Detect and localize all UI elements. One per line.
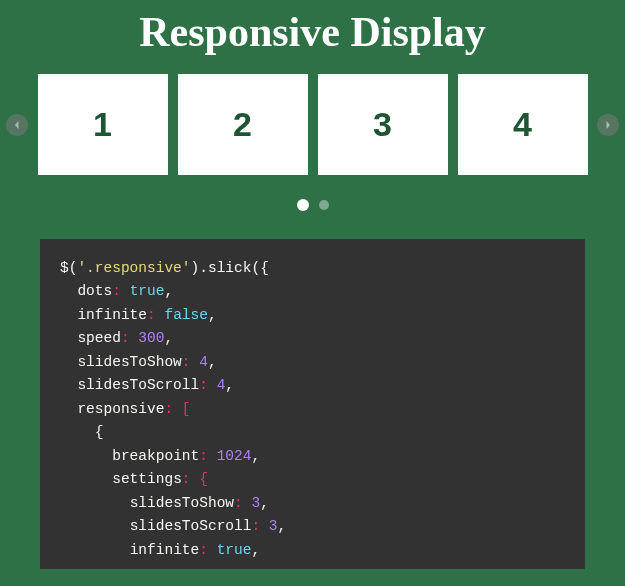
code-token: 300 <box>138 330 164 346</box>
code-token: speed <box>77 330 121 346</box>
code-token: breakpoint <box>112 448 199 464</box>
code-token: , <box>208 354 217 370</box>
dot-active[interactable] <box>297 199 309 211</box>
code-token: infinite <box>77 307 147 323</box>
code-token: false <box>164 307 208 323</box>
code-token: : <box>182 354 191 370</box>
carousel: 1 2 3 4 <box>0 74 625 175</box>
code-token: dots <box>77 283 112 299</box>
code-token: $( <box>60 260 77 276</box>
code-token: , <box>260 495 269 511</box>
code-token: true <box>130 283 165 299</box>
code-token: , <box>164 283 173 299</box>
code-token: : <box>121 330 130 346</box>
code-token: , <box>164 330 173 346</box>
slide[interactable]: 4 <box>458 74 588 175</box>
section-heading: Responsive Display <box>0 0 625 74</box>
code-token: { <box>95 424 104 440</box>
code-token: : <box>251 518 260 534</box>
code-token: : [ <box>164 401 190 417</box>
slide[interactable]: 2 <box>178 74 308 175</box>
code-token: : <box>199 542 208 558</box>
code-token: , <box>225 377 234 393</box>
code-token: settings <box>112 471 182 487</box>
code-token: slidesToShow <box>77 354 181 370</box>
code-token: : <box>199 448 208 464</box>
code-token: 3 <box>251 495 260 511</box>
code-token: , <box>251 448 260 464</box>
code-token: '.responsive' <box>77 260 190 276</box>
dot[interactable] <box>319 200 329 210</box>
chevron-left-icon <box>12 116 22 134</box>
code-token: : <box>147 307 156 323</box>
prev-arrow[interactable] <box>6 114 28 136</box>
code-token: slidesToShow <box>130 495 234 511</box>
chevron-right-icon <box>603 116 613 134</box>
code-token: : { <box>182 471 208 487</box>
code-token: , <box>278 518 287 534</box>
next-arrow[interactable] <box>597 114 619 136</box>
code-token: 3 <box>269 518 278 534</box>
code-token: slidesToScroll <box>130 518 252 534</box>
pagination-dots <box>0 199 625 211</box>
code-token: : <box>199 377 208 393</box>
code-token: infinite <box>130 542 200 558</box>
code-token: : <box>112 283 121 299</box>
code-token: 1024 <box>217 448 252 464</box>
slides-track: 1 2 3 4 <box>32 74 593 175</box>
slide[interactable]: 3 <box>318 74 448 175</box>
code-token: responsive <box>77 401 164 417</box>
code-token: , <box>208 307 217 323</box>
code-token: : <box>234 495 243 511</box>
code-token: ).slick({ <box>191 260 269 276</box>
code-token: , <box>251 542 260 558</box>
code-token: slidesToScroll <box>77 377 199 393</box>
slide[interactable]: 1 <box>38 74 168 175</box>
code-token: true <box>217 542 252 558</box>
code-token: 4 <box>199 354 208 370</box>
code-block: $('.responsive').slick({ dots: true, inf… <box>40 239 585 569</box>
